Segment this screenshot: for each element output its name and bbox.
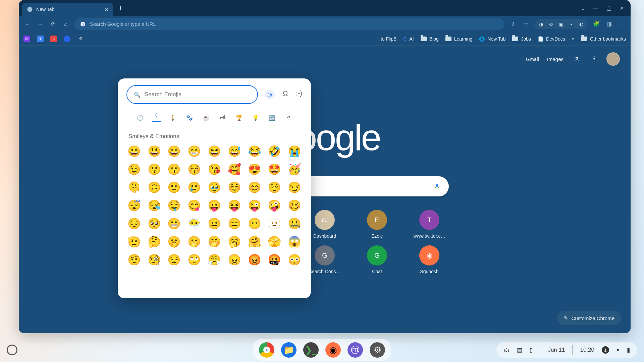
shortcut-ezoic[interactable]: EEzoic: [352, 210, 402, 239]
omnibox[interactable]: G Search Google or type a URL: [74, 18, 504, 30]
shelf-settings-icon[interactable]: ⚙: [370, 342, 385, 358]
emoji-item[interactable]: 😪: [147, 200, 161, 211]
emoji-item[interactable]: 🥰: [227, 164, 241, 175]
shortcut-chat[interactable]: GChat: [352, 245, 402, 274]
emoji-item[interactable]: 😠: [227, 254, 241, 265]
shelf-app-icon-2[interactable]: ⓜ: [347, 342, 363, 358]
home-button[interactable]: ⌂: [62, 20, 70, 28]
emoji-item[interactable]: 😴: [127, 200, 141, 211]
images-link[interactable]: Images: [547, 56, 564, 62]
emoji-item[interactable]: 🤗: [248, 236, 262, 247]
emoji-item[interactable]: 😗: [147, 164, 161, 175]
apps-grid-icon[interactable]: ⠿: [589, 54, 598, 64]
emoji-item[interactable]: 😔: [127, 218, 141, 229]
bookmark-jobs[interactable]: Jobs: [512, 36, 531, 42]
emoji-item[interactable]: 🤨: [127, 254, 141, 265]
side-panel-icon[interactable]: ◨: [605, 20, 613, 28]
emoji-item[interactable]: 🫢: [187, 236, 201, 247]
emoji-item[interactable]: 😜: [248, 200, 262, 211]
emoji-item[interactable]: 🤭: [207, 236, 221, 247]
category-activity-icon[interactable]: 🏆: [235, 113, 244, 122]
category-symbols-icon[interactable]: 🔣: [268, 113, 276, 122]
emoji-tab[interactable]: ☺: [265, 89, 275, 100]
emoji-item[interactable]: 🥺: [147, 218, 161, 229]
emoji-search[interactable]: 🔍: [126, 85, 258, 104]
bookmark-overflow-chevron[interactable]: »: [572, 36, 575, 42]
emoji-item[interactable]: 😀: [127, 146, 141, 157]
forward-button[interactable]: →: [36, 20, 44, 28]
shelf-chrome-icon[interactable]: ●: [259, 342, 274, 358]
tab-search-icon[interactable]: ⌄: [581, 5, 585, 11]
minimize-icon[interactable]: —: [593, 5, 598, 11]
maximize-icon[interactable]: ▢: [606, 5, 611, 11]
emoji-item[interactable]: 🥹: [207, 182, 221, 193]
emoji-item[interactable]: 🤣: [267, 146, 281, 157]
phone-hub-icon[interactable]: ▯: [530, 347, 533, 354]
extension-icon-5[interactable]: ◐: [578, 20, 585, 28]
emoji-item[interactable]: 😚: [187, 164, 201, 175]
menu-icon[interactable]: ⋮: [618, 20, 626, 28]
emoji-item[interactable]: 🫡: [127, 236, 141, 247]
extension-icon-4[interactable]: ▪: [568, 20, 575, 28]
emoji-item[interactable]: 😌: [267, 182, 281, 193]
bookmark-learning[interactable]: Learning: [445, 36, 473, 42]
account-avatar[interactable]: [606, 52, 620, 66]
emoji-item[interactable]: 😏: [287, 182, 302, 193]
emoji-item[interactable]: 🤐: [287, 218, 302, 229]
bookmark-star-icon[interactable]: ☆: [522, 20, 530, 28]
category-objects-icon[interactable]: 💡: [251, 113, 260, 122]
emoji-item[interactable]: 😋: [187, 200, 201, 211]
category-flags-icon[interactable]: 🏳: [284, 113, 293, 122]
close-window-icon[interactable]: ✕: [620, 5, 624, 11]
emoji-item[interactable]: 🫣: [267, 236, 281, 247]
bookmark-icon-4[interactable]: [64, 36, 70, 42]
emoticon-tab[interactable]: :-): [296, 89, 302, 100]
emoji-item[interactable]: 😒: [167, 254, 181, 265]
battery-icon[interactable]: ▮: [627, 347, 630, 354]
emoji-item[interactable]: 😱: [287, 236, 302, 247]
emoji-item[interactable]: 😭: [287, 146, 302, 157]
emoji-item[interactable]: 😊: [248, 182, 262, 193]
emoji-item[interactable]: 😶: [248, 218, 262, 229]
notification-badge[interactable]: 1: [602, 346, 609, 354]
share-icon[interactable]: ⤴: [509, 20, 517, 28]
bookmark-ai[interactable]: CAI: [403, 36, 414, 42]
extension-icon-1[interactable]: ◑: [537, 20, 545, 28]
emoji-item[interactable]: 😑: [227, 218, 241, 229]
mic-icon[interactable]: [433, 183, 441, 190]
extension-icon-3[interactable]: ▣: [557, 20, 565, 28]
labs-flask-icon[interactable]: ⚗: [572, 54, 581, 64]
emoji-item[interactable]: 🫥: [267, 218, 281, 229]
emoji-item[interactable]: 😛: [207, 200, 221, 211]
emoji-item[interactable]: 😬: [167, 218, 181, 229]
emoji-item[interactable]: 🙄: [187, 254, 201, 265]
emoji-item[interactable]: 😆: [207, 146, 221, 157]
launcher-button[interactable]: [7, 345, 17, 355]
emoji-item[interactable]: 😝: [227, 200, 241, 211]
category-recent-icon[interactable]: 🕘: [136, 113, 145, 122]
tote-icon[interactable]: 🗂: [504, 347, 509, 353]
emoji-item[interactable]: 🤤: [167, 200, 181, 211]
emoji-item[interactable]: 😘: [207, 164, 221, 175]
extension-icon-2[interactable]: ⊘: [547, 20, 555, 28]
wifi-icon[interactable]: ▾: [616, 347, 620, 354]
emoji-search-input[interactable]: [145, 91, 251, 98]
other-bookmarks[interactable]: Other bookmarks: [581, 36, 626, 42]
emoji-item[interactable]: 😄: [167, 146, 181, 157]
bookmark-to-flipb[interactable]: to FlipB: [381, 36, 396, 42]
emoji-item[interactable]: 😉: [127, 164, 141, 175]
emoji-item[interactable]: ☺️: [227, 182, 241, 193]
emoji-item[interactable]: 🫠: [127, 182, 141, 193]
category-smileys-icon[interactable]: ☺: [152, 113, 161, 122]
customize-chrome-button[interactable]: ✎ Customize Chrome: [557, 311, 621, 325]
emoji-item[interactable]: 🤬: [267, 254, 281, 265]
emoji-item[interactable]: 😂: [248, 146, 262, 157]
emoji-item[interactable]: 🤩: [267, 164, 281, 175]
emoji-item[interactable]: 🙂: [167, 182, 181, 193]
category-nature-icon[interactable]: 🐾: [185, 113, 194, 122]
extensions-puzzle-icon[interactable]: 🧩: [592, 20, 600, 28]
emoji-item[interactable]: 😶‍🌫️: [187, 218, 201, 229]
symbol-tab[interactable]: Ω: [283, 89, 288, 100]
new-tab-button[interactable]: +: [118, 4, 123, 12]
shortcut-squoosh[interactable]: ◉Squoosh: [404, 245, 454, 274]
